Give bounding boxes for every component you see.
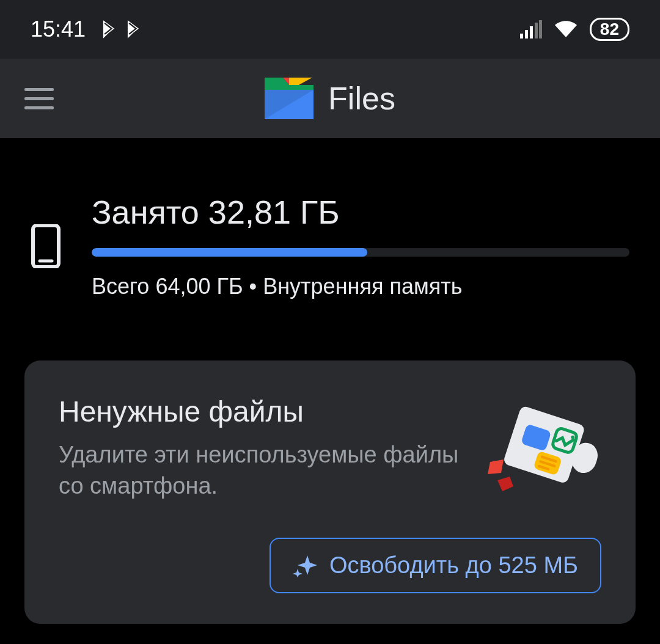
free-up-button-label: Освободить до 525 МБ	[329, 552, 578, 579]
battery-indicator: 82	[590, 18, 629, 41]
free-up-button[interactable]: Освободить до 525 МБ	[270, 538, 601, 593]
storage-overview[interactable]: Занято 32,81 ГБ Всего 64,00 ГБ • Внутрен…	[24, 193, 636, 299]
status-bar: 15:41 82	[0, 0, 660, 59]
status-left: 15:41	[31, 16, 142, 42]
app-title: Files	[328, 80, 395, 117]
wifi-icon	[553, 20, 579, 38]
app-title-wrap: Files	[24, 78, 636, 119]
card-top: Ненужные файлы Удалите эти неиспользуемы…	[59, 395, 601, 502]
svg-rect-1	[525, 30, 528, 38]
play-store-notif-icon	[125, 19, 142, 40]
status-right: 82	[520, 18, 629, 41]
notification-icons	[100, 19, 142, 40]
svg-rect-4	[539, 20, 542, 38]
storage-progress-bar	[92, 248, 629, 257]
sparkle-icon	[293, 553, 317, 577]
storage-total-label: Всего 64,00 ГБ • Внутренняя память	[92, 274, 629, 299]
phone-icon	[31, 224, 61, 268]
svg-rect-2	[530, 26, 533, 38]
device-icon-wrap	[24, 224, 67, 268]
junk-card-title: Ненужные файлы	[59, 395, 464, 428]
app-bar: Files	[0, 59, 660, 138]
play-store-notif-icon	[100, 19, 117, 40]
junk-files-card: Ненужные файлы Удалите эти неиспользуемы…	[24, 360, 636, 624]
svg-rect-0	[520, 34, 523, 38]
storage-info: Занято 32,81 ГБ Всего 64,00 ГБ • Внутрен…	[92, 193, 629, 299]
storage-progress-fill	[92, 248, 367, 257]
status-time: 15:41	[31, 16, 86, 42]
svg-rect-3	[535, 23, 538, 38]
card-text: Ненужные файлы Удалите эти неиспользуемы…	[59, 395, 464, 502]
cellular-signal-icon	[520, 20, 542, 38]
files-logo-icon	[265, 78, 314, 119]
junk-card-description: Удалите эти неиспользуемые файлы со смар…	[59, 439, 464, 502]
dustpan-illustration-icon	[479, 395, 601, 499]
storage-used-label: Занято 32,81 ГБ	[92, 193, 629, 231]
main-content: Занято 32,81 ГБ Всего 64,00 ГБ • Внутрен…	[0, 138, 660, 624]
